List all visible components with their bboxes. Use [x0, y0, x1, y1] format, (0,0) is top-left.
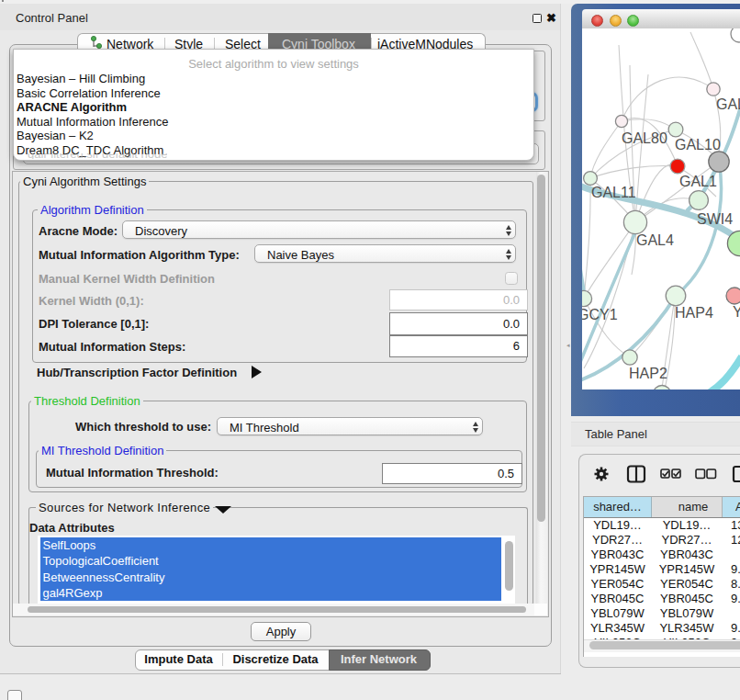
- svg-text:Y: Y: [733, 304, 740, 320]
- svg-text:GAL10: GAL10: [675, 137, 721, 152]
- svg-text:GAL: GAL: [716, 96, 740, 112]
- svg-text:HAP4: HAP4: [675, 305, 713, 321]
- svg-text:SWI4: SWI4: [697, 211, 733, 227]
- svg-text:GAL80: GAL80: [622, 130, 667, 146]
- svg-text:GAL1: GAL1: [679, 174, 717, 189]
- svg-text:GCY1: GCY1: [582, 307, 618, 322]
- svg-text:GAL4: GAL4: [636, 232, 674, 248]
- svg-text:GAL11: GAL11: [591, 185, 636, 200]
- svg-text:HAP2: HAP2: [629, 366, 667, 381]
